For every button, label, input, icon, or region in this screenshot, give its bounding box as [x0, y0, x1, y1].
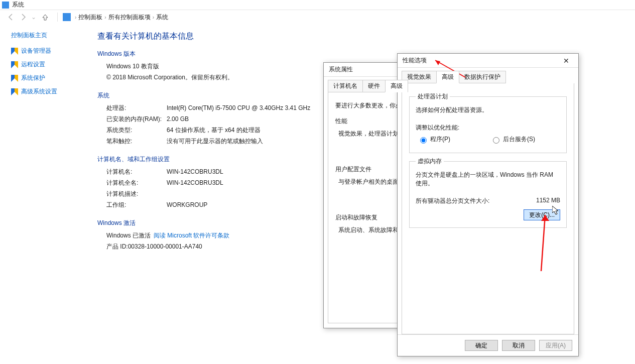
system-icon	[2, 2, 9, 9]
group-processor-scheduling: 处理器计划 选择如何分配处理器资源。 调整以优化性能: 程序(P) 后台服务(S…	[409, 92, 567, 153]
address-icon	[63, 13, 71, 21]
product-id-label: 产品 ID:	[106, 241, 128, 252]
dialog-performance-options: 性能选项 ✕ 视觉效果 高级 数据执行保护 处理器计划 选择如何分配处理器资源。…	[397, 53, 579, 356]
cancel-button[interactable]: 取消	[502, 340, 535, 351]
dialog-button-row: 确定 取消 应用(A)	[398, 334, 578, 356]
ram-value: 2.00 GB	[167, 114, 189, 124]
tab-computer-name[interactable]: 计算机名	[328, 80, 363, 92]
ram-label: 已安装的内存(RAM):	[106, 114, 167, 124]
cpu-value: Intel(R) Core(TM) i5-7500 CPU @ 3.40GHz …	[167, 103, 310, 113]
product-id-value: 00328-10000-00001-AA740	[128, 241, 202, 252]
mouse-cursor-icon	[552, 206, 560, 216]
scheduling-adjust-label: 调整以优化性能:	[416, 124, 560, 132]
pen-touch-label: 笔和触控:	[106, 136, 167, 146]
sidebar-item-label: 高级系统设置	[21, 87, 57, 96]
radio-programs[interactable]: 程序(P)	[418, 135, 450, 144]
vm-total-label: 所有驱动器总分页文件大小:	[416, 197, 489, 205]
tab-hardware[interactable]: 硬件	[362, 80, 386, 92]
sidebar-item-label: 远程设置	[21, 60, 45, 69]
computer-name-value: WIN-142COBRU3DL	[167, 167, 223, 177]
crumb-all[interactable]: 所有控制面板项	[107, 13, 152, 22]
forward-icon[interactable]	[19, 13, 27, 21]
computer-desc-label: 计算机描述:	[106, 189, 167, 199]
dialog-title: 系统属性	[329, 65, 353, 74]
sidebar-item-label: 设备管理器	[21, 47, 51, 55]
computer-fullname-value: WIN-142COBRU3DL	[167, 178, 223, 188]
shield-icon	[11, 48, 18, 55]
navigation-bar: ⌄ › 控制面板 › 所有控制面板项 › 系统	[0, 10, 635, 24]
shield-icon	[11, 75, 18, 82]
window-titlebar: 系统	[0, 0, 635, 10]
group-title: 虚拟内存	[416, 157, 444, 166]
radio-services-input[interactable]	[493, 137, 499, 144]
sidebar-item-system-protection[interactable]: 系统保护	[11, 74, 85, 82]
pen-touch-value: 没有可用于此显示器的笔或触控输入	[167, 136, 263, 146]
cpu-label: 处理器:	[106, 103, 167, 113]
tab-advanced[interactable]: 高级	[436, 71, 459, 83]
up-icon[interactable]	[41, 13, 49, 21]
crumb-leaf[interactable]: 系统	[155, 13, 169, 22]
ok-button[interactable]: 确定	[465, 340, 498, 351]
shield-icon	[11, 88, 18, 95]
license-terms-link[interactable]: 阅读 Microsoft 软件许可条款	[154, 230, 229, 240]
close-icon[interactable]: ✕	[559, 57, 573, 65]
sidebar-item-remote-settings[interactable]: 远程设置	[11, 60, 85, 69]
group-title: 处理器计划	[416, 92, 450, 101]
window-title: 系统	[12, 1, 24, 9]
sidebar-home[interactable]: 控制面板主页	[11, 31, 85, 40]
sidebar: 控制面板主页 设备管理器 远程设置 系统保护 高级系统设置	[0, 24, 90, 364]
dialog-title: 性能选项	[403, 56, 427, 65]
svg-marker-4	[552, 206, 558, 214]
workgroup-value: WORKGROUP	[167, 200, 207, 210]
tab-advanced[interactable]: 高级	[385, 80, 408, 92]
scheduling-desc: 选择如何分配处理器资源。	[416, 106, 560, 114]
tab-dep[interactable]: 数据执行保护	[459, 71, 506, 83]
sidebar-item-advanced-settings[interactable]: 高级系统设置	[11, 87, 85, 96]
crumb-root[interactable]: 控制面板	[77, 13, 103, 22]
workgroup-label: 工作组:	[106, 200, 167, 210]
back-icon[interactable]	[7, 13, 15, 21]
windows-copyright: © 2018 Microsoft Corporation。保留所有权利。	[106, 72, 233, 82]
recent-dropdown-icon[interactable]: ⌄	[31, 14, 36, 21]
system-type-label: 系统类型:	[106, 125, 167, 135]
radio-background-services[interactable]: 后台服务(S)	[490, 135, 535, 144]
sidebar-item-device-manager[interactable]: 设备管理器	[11, 47, 85, 55]
sidebar-item-label: 系统保护	[21, 74, 45, 82]
vm-total-value: 1152 MB	[536, 197, 560, 205]
windows-edition: Windows 10 教育版	[106, 61, 159, 71]
group-virtual-memory: 虚拟内存 分页文件是硬盘上的一块区域，Windows 当作 RAM 使用。 所有…	[409, 157, 567, 228]
computer-name-label: 计算机名:	[106, 167, 167, 177]
shield-icon	[11, 61, 18, 68]
system-type-value: 64 位操作系统，基于 x64 的处理器	[167, 125, 261, 135]
activation-status: Windows 已激活	[106, 230, 151, 240]
apply-button[interactable]: 应用(A)	[539, 340, 572, 351]
page-heading: 查看有关计算机的基本信息	[97, 31, 620, 42]
computer-fullname-label: 计算机全名:	[106, 178, 167, 188]
radio-programs-input[interactable]	[420, 137, 427, 144]
virtual-memory-desc: 分页文件是硬盘上的一块区域，Windows 当作 RAM 使用。	[416, 171, 560, 188]
breadcrumb[interactable]: › 控制面板 › 所有控制面板项 › 系统	[74, 13, 169, 22]
